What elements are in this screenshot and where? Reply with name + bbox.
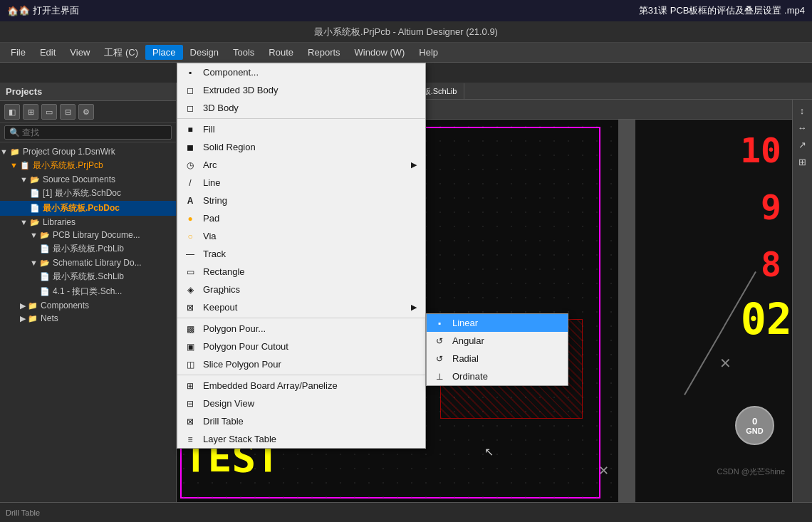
menu-view[interactable]: View bbox=[63, 45, 97, 60]
place-embedded-board[interactable]: ⊞ Embedded Board Array/Panelize bbox=[177, 377, 425, 395]
submenu-ordinate[interactable]: ⊥ Ordinate bbox=[427, 367, 568, 385]
component-icon: ▪ bbox=[183, 66, 197, 80]
tree-interface-file[interactable]: 📄 4.1 - 接口类.Sch... bbox=[0, 284, 176, 299]
menu-tools[interactable]: Tools bbox=[226, 45, 261, 60]
gnd-chip: 0 GND bbox=[735, 406, 774, 445]
linear-submenu: ▪ Linear ↺ Angular ↺ Radial ⊥ Ordinate bbox=[426, 313, 568, 386]
track-icon: — bbox=[183, 247, 197, 261]
tree-pcblib-folder[interactable]: ▼ 📂 PCB Library Docume... bbox=[0, 229, 176, 241]
sidebar-tool-4[interactable]: ⊟ bbox=[60, 104, 76, 120]
submenu-close-x: ✕ bbox=[598, 463, 609, 479]
drill-table-icon: ⊠ bbox=[183, 414, 197, 429]
menu-edit[interactable]: Edit bbox=[33, 45, 63, 60]
tree-schdoc[interactable]: 📄 [1] 最小系统.SchDoc bbox=[0, 186, 176, 201]
tree-schlib-folder[interactable]: ▼ 📂 Schematic Library Do... bbox=[0, 256, 176, 269]
right-tool-4[interactable]: ⊞ bbox=[794, 154, 810, 169]
status-bar: Drill Table bbox=[0, 502, 812, 522]
search-input[interactable] bbox=[4, 125, 172, 140]
submenu-angular[interactable]: ↺ Angular bbox=[427, 332, 568, 350]
right-tool-3[interactable]: ↗ bbox=[794, 137, 810, 152]
polygon-pour-icon: ▩ bbox=[183, 322, 197, 336]
app-title: 最小系统板.PrjPcb - Altium Designer (21.0.9) bbox=[314, 26, 498, 38]
sep-polygon bbox=[177, 318, 425, 318]
arc-arrow: ▶ bbox=[411, 160, 417, 169]
layer-stack-icon: ≡ bbox=[183, 432, 197, 447]
linear-icon: ▪ bbox=[432, 316, 447, 330]
sidebar-tool-5[interactable]: ⚙ bbox=[78, 104, 94, 120]
pcb-right-panel: 10 9 8 02 ✕ 0 GND bbox=[635, 120, 792, 502]
sidebar-tool-1[interactable]: ◧ bbox=[4, 104, 20, 120]
tree-pcblib-file[interactable]: 📄 最小系统板.PcbLib bbox=[0, 241, 176, 256]
open-home-label[interactable]: 🏠 打开主界面 bbox=[19, 4, 79, 17]
rectangle-icon: ▭ bbox=[183, 265, 197, 279]
radial-icon: ↺ bbox=[432, 352, 447, 366]
place-arc[interactable]: ◷ Arc ▶ bbox=[177, 156, 425, 174]
menu-place[interactable]: Place bbox=[145, 45, 183, 60]
place-component[interactable]: ▪ Component... bbox=[177, 63, 425, 81]
tree-source-docs[interactable]: ▼ 📂 Source Documents bbox=[0, 173, 176, 186]
place-slice-polygon[interactable]: ◫ Slice Polygon Pour bbox=[177, 355, 425, 373]
home-icon: 🏠 bbox=[7, 6, 19, 16]
menu-file[interactable]: File bbox=[4, 45, 33, 60]
place-3d-body[interactable]: ◻ 3D Body bbox=[177, 99, 425, 117]
place-pad[interactable]: ● Pad bbox=[177, 209, 425, 227]
sep-fill bbox=[177, 118, 425, 119]
place-polygon-cutout[interactable]: ▣ Polygon Pour Cutout bbox=[177, 338, 425, 355]
tree-project-group[interactable]: ▼ 📁 Project Group 1.DsnWrk bbox=[0, 145, 176, 158]
graphics-icon: ◈ bbox=[183, 283, 197, 297]
right-tool-2[interactable]: ↔ bbox=[794, 120, 810, 135]
menu-reports[interactable]: Reports bbox=[301, 45, 348, 60]
menu-route[interactable]: Route bbox=[261, 45, 301, 60]
submenu-radial[interactable]: ↺ Radial bbox=[427, 350, 568, 367]
keepout-icon: ⊠ bbox=[183, 301, 197, 315]
title-bar: 最小系统板.PrjPcb - Altium Designer (21.0.9) bbox=[0, 21, 812, 43]
tree-pcbdoc[interactable]: 📄 最小系统板.PcbDoc bbox=[0, 201, 176, 216]
via-icon: ○ bbox=[183, 229, 197, 244]
place-polygon-pour[interactable]: ▩ Polygon Pour... bbox=[177, 320, 425, 338]
place-layer-stack[interactable]: ≡ Layer Stack Table bbox=[177, 430, 425, 448]
menu-bar: File Edit View 工程 (C) Place Design Tools… bbox=[0, 43, 812, 63]
angular-icon: ↺ bbox=[432, 334, 447, 348]
sidebar-tool-2[interactable]: ⊞ bbox=[23, 104, 38, 120]
tree-nets[interactable]: ▶ 📁 Nets bbox=[0, 312, 176, 325]
keepout-arrow: ▶ bbox=[411, 303, 417, 312]
place-drill-table[interactable]: ⊠ Drill Table bbox=[177, 412, 425, 430]
place-string[interactable]: A String bbox=[177, 192, 425, 209]
submenu-linear[interactable]: ▪ Linear bbox=[427, 314, 568, 332]
tree-prjpcb[interactable]: ▼ 📋 最小系统板.PrjPcb bbox=[0, 158, 176, 173]
tree-components[interactable]: ▶ 📁 Components bbox=[0, 299, 176, 312]
pad-icon: ● bbox=[183, 212, 197, 226]
extruded-3d-icon: ◻ bbox=[183, 83, 197, 98]
sep-embedded bbox=[177, 375, 425, 375]
right-tool-1[interactable]: ↕ bbox=[794, 103, 810, 118]
pcb-num-10: 10 bbox=[740, 130, 781, 170]
sidebar-tool-3[interactable]: ▭ bbox=[41, 104, 57, 120]
top-bar: 🏠 🏠 打开主界面 第31课 PCB板框的评估及叠层设置 .mp4 bbox=[0, 0, 812, 21]
menu-design[interactable]: Design bbox=[183, 45, 226, 60]
fill-icon: ■ bbox=[183, 122, 197, 137]
place-graphics[interactable]: ◈ Graphics bbox=[177, 281, 425, 298]
place-via[interactable]: ○ Via bbox=[177, 227, 425, 245]
menu-window[interactable]: Window (W) bbox=[348, 45, 412, 60]
sidebar-search bbox=[0, 123, 176, 142]
place-rectangle[interactable]: ▭ Rectangle bbox=[177, 263, 425, 281]
place-dropdown: ▪ Component... ◻ Extruded 3D Body ◻ 3D B… bbox=[177, 63, 426, 449]
place-line[interactable]: / Line bbox=[177, 174, 425, 192]
tree-libraries[interactable]: ▼ 📂 Libraries bbox=[0, 216, 176, 229]
place-extruded-3d[interactable]: ◻ Extruded 3D Body bbox=[177, 81, 425, 99]
video-title: 第31课 PCB板框的评估及叠层设置 .mp4 bbox=[639, 4, 805, 17]
tree-schlib-file[interactable]: 📄 最小系统板.SchLib bbox=[0, 269, 176, 284]
pcb-yellow-02: 02 bbox=[741, 294, 792, 344]
menu-engineering[interactable]: 工程 (C) bbox=[97, 44, 145, 61]
line-icon: / bbox=[183, 176, 197, 190]
place-keepout[interactable]: ⊠ Keepout ▶ bbox=[177, 298, 425, 316]
place-track[interactable]: — Track bbox=[177, 245, 425, 263]
pcb-num-8: 8 bbox=[761, 244, 781, 284]
design-view-icon: ⊟ bbox=[183, 397, 197, 411]
menu-help[interactable]: Help bbox=[412, 45, 445, 60]
sidebar: Projects ◧ ⊞ ▭ ⊟ ⚙ ▼ 📁 Project Group 1.D… bbox=[0, 83, 177, 522]
right-toolbar: ↕ ↔ ↗ ⊞ bbox=[792, 100, 812, 502]
place-solid-region[interactable]: ◼ Solid Region bbox=[177, 138, 425, 156]
place-design-view[interactable]: ⊟ Design View bbox=[177, 395, 425, 412]
place-fill[interactable]: ■ FFill bbox=[177, 120, 425, 138]
